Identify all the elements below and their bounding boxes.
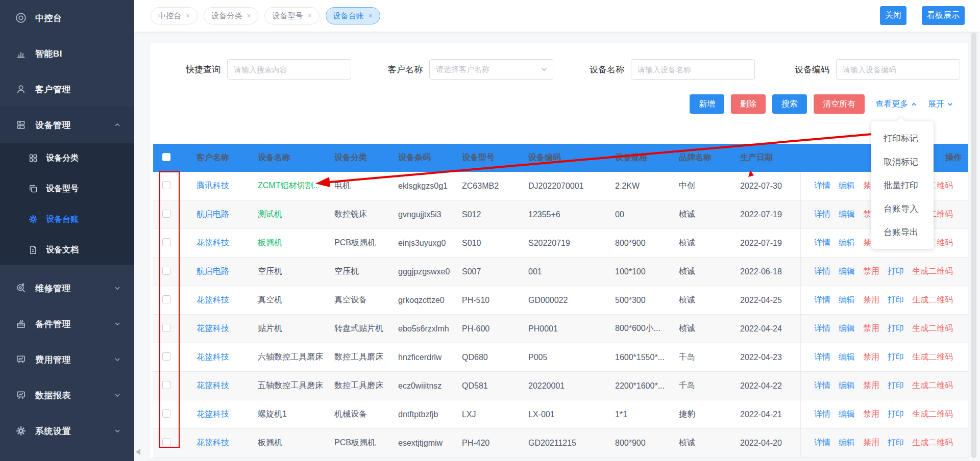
action-detail[interactable]: 详情 (814, 295, 830, 305)
row-checkbox[interactable] (162, 210, 170, 218)
customer-link[interactable]: 花篮科技 (197, 438, 229, 447)
sidebar-item-device-docs[interactable]: 设备文档 (0, 235, 134, 265)
close-button[interactable]: 关闭 (880, 6, 906, 25)
action-qrcode[interactable]: 生成二维码 (912, 295, 953, 305)
board-display-button[interactable]: 看板展示 (922, 6, 965, 25)
customer-link[interactable]: 花篮科技 (197, 352, 229, 361)
sidebar-item-bi[interactable]: 智能BI (0, 36, 134, 71)
close-icon[interactable] (307, 12, 311, 19)
action-disable[interactable]: 禁用 (863, 380, 879, 391)
quick-search-input[interactable] (227, 59, 351, 80)
view-more-link[interactable]: 查看更多 (875, 99, 917, 110)
sidebar-item-console[interactable]: 中控台 (0, 0, 134, 36)
action-edit[interactable]: 编辑 (839, 181, 855, 191)
action-edit[interactable]: 编辑 (839, 209, 855, 220)
action-qrcode[interactable]: 生成二维码 (912, 323, 953, 334)
customer-link[interactable]: 航启电路 (197, 267, 229, 275)
row-checkbox[interactable] (162, 238, 170, 246)
customer-link[interactable]: 花篮科技 (197, 238, 229, 247)
action-print[interactable]: 打印 (888, 295, 904, 305)
action-detail[interactable]: 详情 (814, 323, 830, 334)
sidebar-item-customers[interactable]: 客户管理 (0, 71, 134, 107)
horizontal-scroll-strip[interactable] (150, 457, 968, 461)
expand-link[interactable]: 展开 (928, 99, 953, 110)
menu-item-ledger-import[interactable]: 台账导入 (871, 197, 934, 220)
action-detail[interactable]: 详情 (814, 380, 830, 391)
close-icon[interactable] (369, 12, 373, 19)
action-edit[interactable]: 编辑 (839, 352, 855, 363)
customer-link[interactable]: 花篮科技 (197, 409, 229, 418)
action-disable[interactable]: 禁用 (863, 352, 879, 363)
action-edit[interactable]: 编辑 (839, 380, 855, 391)
action-qrcode[interactable]: 生成二维码 (912, 380, 953, 391)
sidebar-item-device-ledger[interactable]: 设备台账 (0, 204, 134, 235)
action-qrcode[interactable]: 生成二维码 (912, 409, 953, 420)
action-detail[interactable]: 详情 (814, 238, 830, 248)
action-detail[interactable]: 详情 (814, 352, 830, 363)
customer-name-select[interactable]: 请选择客户名称 (429, 59, 553, 80)
close-icon[interactable] (186, 12, 190, 19)
row-checkbox[interactable] (162, 324, 170, 332)
add-button[interactable]: 新增 (690, 94, 724, 114)
select-all-checkbox[interactable] (162, 153, 170, 161)
action-disable[interactable]: 禁用 (863, 438, 879, 448)
action-print[interactable]: 打印 (888, 323, 904, 334)
sidebar-item-repair-mgmt[interactable]: 维修管理 (0, 270, 134, 306)
row-checkbox[interactable] (162, 295, 170, 303)
collapse-arrow-icon[interactable] (136, 449, 140, 455)
delete-button[interactable]: 删除 (731, 94, 766, 114)
action-print[interactable]: 打印 (888, 266, 904, 277)
menu-item-cancel-mark[interactable]: 取消标记 (871, 150, 934, 173)
tab-device-ledger[interactable]: 设备台账 (326, 7, 380, 24)
device-code-input[interactable] (836, 59, 960, 80)
action-print[interactable]: 打印 (888, 380, 904, 391)
sidebar-item-spareparts-mgmt[interactable]: 备件管理 (0, 306, 134, 342)
tab-device-model[interactable]: 设备型号 (264, 7, 319, 24)
customer-link[interactable]: 花篮科技 (197, 381, 229, 390)
action-edit[interactable]: 编辑 (839, 323, 855, 334)
sidebar-item-device-model[interactable]: 设备型号 (0, 173, 134, 204)
menu-item-print-mark[interactable]: 打印标记 (871, 126, 934, 150)
sidebar-item-fee-mgmt[interactable]: 费用管理 (0, 342, 134, 377)
action-print[interactable]: 打印 (888, 352, 904, 363)
customer-link[interactable]: 腾讯科技 (197, 181, 229, 190)
action-disable[interactable]: 禁用 (863, 266, 879, 277)
action-detail[interactable]: 详情 (814, 409, 830, 420)
clear-all-button[interactable]: 清空所有 (814, 94, 865, 114)
tab-console[interactable]: 中控台 (151, 7, 198, 24)
action-qrcode[interactable]: 生成二维码 (912, 352, 953, 363)
sidebar-item-device-mgmt[interactable]: 设备管理 (0, 107, 134, 143)
row-checkbox[interactable] (162, 352, 170, 361)
menu-item-batch-print[interactable]: 批量打印 (871, 173, 934, 197)
row-checkbox[interactable] (162, 267, 170, 275)
row-checkbox[interactable] (162, 381, 170, 389)
tab-device-category[interactable]: 设备分类 (204, 7, 258, 24)
sidebar-item-data-report[interactable]: 数据报表 (0, 377, 134, 413)
action-detail[interactable]: 详情 (814, 209, 830, 220)
row-checkbox[interactable] (162, 409, 170, 418)
action-disable[interactable]: 禁用 (863, 323, 879, 334)
action-edit[interactable]: 编辑 (839, 295, 855, 305)
customer-link[interactable]: 花篮科技 (197, 324, 229, 332)
row-checkbox[interactable] (162, 181, 170, 189)
sidebar-item-device-category[interactable]: 设备分类 (0, 143, 134, 173)
action-qrcode[interactable]: 生成二维码 (912, 438, 953, 448)
action-print[interactable]: 打印 (888, 409, 904, 420)
search-button[interactable]: 搜索 (772, 94, 807, 114)
menu-item-ledger-export[interactable]: 台账导出 (871, 220, 934, 244)
device-name-input[interactable] (631, 59, 755, 80)
action-detail[interactable]: 详情 (814, 266, 830, 277)
action-qrcode[interactable]: 生成二维码 (912, 266, 953, 277)
customer-link[interactable]: 航启电路 (197, 210, 229, 218)
action-edit[interactable]: 编辑 (839, 438, 855, 448)
row-checkbox[interactable] (162, 438, 170, 446)
action-print[interactable]: 打印 (888, 438, 904, 448)
action-edit[interactable]: 编辑 (839, 238, 855, 248)
customer-link[interactable]: 花篮科技 (197, 295, 229, 304)
action-detail[interactable]: 详情 (814, 438, 830, 448)
close-icon[interactable] (247, 12, 251, 19)
vertical-scrollbar[interactable] (971, 33, 976, 458)
action-edit[interactable]: 编辑 (839, 409, 855, 420)
action-edit[interactable]: 编辑 (839, 266, 855, 277)
action-detail[interactable]: 详情 (814, 181, 830, 191)
